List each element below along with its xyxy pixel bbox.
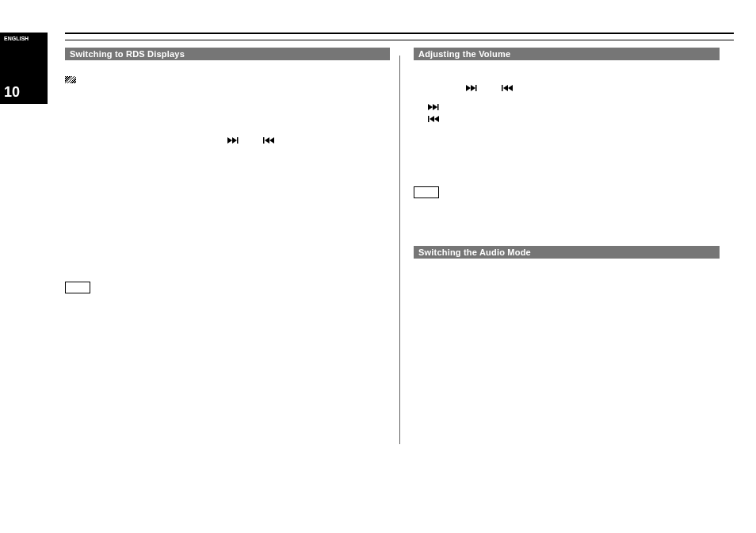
- svg-marker-0: [227, 137, 232, 144]
- svg-rect-2: [237, 137, 239, 144]
- svg-marker-10: [503, 85, 508, 91]
- manual-page: ENGLISH 10 Switching to RDS Displays RDS…: [0, 0, 756, 533]
- audiomode-body: 1 Each time you press the [MODE] button,…: [414, 265, 720, 398]
- svg-marker-1: [232, 137, 237, 144]
- note-label-left: HINT: [65, 282, 90, 293]
- mode-tre: TRE: Treble volume adjusting mode: [414, 340, 720, 351]
- svg-marker-7: [471, 85, 475, 91]
- step-number: 2: [65, 125, 70, 136]
- rds-not-rds: * If the station currently received is n…: [65, 261, 390, 272]
- rds-body: RDS This unit is equipped with the RDS (…: [65, 67, 390, 324]
- side-tab-page: 10: [4, 83, 44, 102]
- next-track-icon: [466, 83, 480, 94]
- rds-btnref-a: If the MW/LW band is selected, press the…: [76, 136, 224, 144]
- step-number: 1: [414, 265, 418, 276]
- left-column: Switching to RDS Displays RDS This unit …: [65, 48, 399, 517]
- vol-step-1: 1 Use the [MODE] button to switch to "VO…: [414, 67, 720, 78]
- svg-marker-6: [466, 85, 471, 91]
- mode-fad: FAD: Front/rear speaker volume balance a…: [414, 356, 720, 367]
- note-text-left: If you press the [DISP] button for 1 sec…: [65, 297, 390, 324]
- pty-label: PTY:: [65, 205, 82, 213]
- right-column: Adjusting the Volume 1 Use the [MODE] bu…: [399, 48, 734, 517]
- vol-step-2: 2 Press the [ ] or [ ] button to adjust …: [414, 82, 720, 125]
- top-rule-thin: [65, 40, 734, 40]
- rds-step-2-text: Each time you press the [DISP] button, t…: [76, 125, 387, 134]
- step-number: 2: [414, 82, 418, 94]
- svg-marker-4: [265, 137, 269, 144]
- section-title-volume: Adjusting the Volume: [414, 48, 720, 60]
- section-title-rds: Switching to RDS Displays: [65, 48, 390, 60]
- vol-fwd-desc: ] button: Increases the volume.: [443, 102, 552, 111]
- rds-step-2: 2 Each time you press the [DISP] button,…: [65, 125, 390, 176]
- svg-rect-3: [263, 137, 265, 144]
- mode-bas: BAS: Bass volume adjusting mode: [414, 325, 720, 336]
- section-title-audiomode: Switching the Audio Mode: [414, 246, 720, 259]
- svg-marker-11: [508, 85, 513, 91]
- prev-track-icon: [263, 136, 277, 147]
- rds-logo: RDS: [65, 75, 93, 85]
- svg-marker-5: [269, 137, 274, 144]
- volume-body: 1 Use the [MODE] button to switch to "VO…: [414, 67, 720, 230]
- mode-ld: LD : Loudness setting mode: [414, 387, 720, 398]
- mode-bal: BAL: Left/right speaker volume balance a…: [414, 371, 720, 382]
- rds-step-1-text: Use the [BAND] button to switch to the F…: [76, 109, 247, 118]
- next-track-icon: [227, 136, 242, 147]
- rds-nothing: * If there is nothing to be received, "N…: [65, 246, 390, 257]
- step-number: 1: [414, 67, 418, 78]
- vol-range: The volume level can be set within the r…: [414, 129, 720, 151]
- mode-vol: VOL: Volume adjusting mode: [414, 309, 720, 320]
- vol-step-2-or: ] or [: [483, 83, 498, 92]
- audiomode-seq: VOL → BAS → TRE → FAD → BAL → LD → VOL (…: [425, 287, 638, 296]
- ps-label: PS:: [65, 190, 78, 198]
- audiomode-step-1-text: Each time you press the [MODE] button, t…: [425, 266, 719, 286]
- content-area: Switching to RDS Displays RDS This unit …: [65, 48, 734, 517]
- vol-step-2-press: Press the [: [425, 83, 463, 92]
- prev-track-icon: [502, 83, 516, 94]
- ps-desc: Programme service name The name of the s…: [80, 190, 367, 198]
- side-tab-lang: ENGLISH: [4, 36, 44, 43]
- af-label: AF:: [65, 220, 78, 229]
- svg-rect-14: [437, 104, 439, 110]
- step-number: 1: [65, 109, 70, 120]
- top-rule-thick: [65, 33, 734, 34]
- svg-marker-16: [430, 116, 434, 122]
- vol-step-2-tail: ] button to adjust to the optimum volume…: [519, 83, 662, 92]
- audiomode-step-1: 1 Each time you press the [MODE] button,…: [414, 265, 720, 297]
- side-tab: ENGLISH 10: [0, 33, 48, 104]
- svg-rect-8: [475, 85, 477, 91]
- vol-rev-desc: ] button: Decreases the volume.: [443, 114, 555, 123]
- rds-seq: PS → PTY → AF → PS…: [76, 166, 167, 174]
- rds-btnref-b: ] or [: [245, 136, 261, 144]
- vol-step-1-text: Use the [MODE] button to switch to "VOL"…: [425, 67, 670, 76]
- rds-logo-text: RDS: [77, 76, 93, 84]
- pty-desc: Programme type The type of programme of …: [85, 205, 386, 213]
- rds-intro: This unit is equipped with the RDS (Radi…: [65, 94, 390, 105]
- rds-step-1: 1 Use the [BAND] button to switch to the…: [65, 109, 390, 120]
- svg-marker-13: [433, 104, 437, 110]
- vol-caution: Keep the volume level low enough so that…: [414, 155, 720, 177]
- svg-rect-9: [502, 85, 503, 91]
- note-label-right-a: HINT: [414, 186, 439, 198]
- prev-track-icon: [428, 114, 442, 125]
- af-desc: List of alternative frequencies The freq…: [65, 220, 357, 240]
- next-track-icon: [428, 102, 442, 113]
- svg-marker-17: [434, 116, 439, 122]
- note-text-right-a: If you switch the audio mode ("VOL" → "B…: [414, 201, 720, 229]
- svg-marker-12: [428, 104, 433, 110]
- svg-rect-15: [428, 116, 430, 122]
